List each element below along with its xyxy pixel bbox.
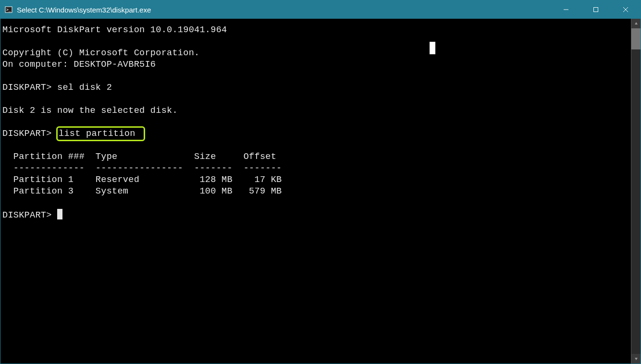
highlighted-command: list partition: [56, 126, 145, 141]
window-title: Select C:\Windows\system32\diskpart.exe: [17, 6, 551, 14]
svg-marker-6: [635, 22, 638, 24]
prompt-text: DISKPART>: [2, 210, 52, 220]
text-cursor: [57, 209, 62, 219]
titlebar[interactable]: >_ Select C:\Windows\system32\diskpart.e…: [0, 0, 641, 19]
command-1: sel disk 2: [57, 83, 112, 93]
terminal-output[interactable]: Microsoft DiskPart version 10.0.19041.96…: [0, 19, 631, 364]
copyright-text: Copyright (C) Microsoft Corporation.: [2, 48, 199, 58]
scroll-down-arrow[interactable]: [631, 354, 641, 364]
svg-marker-7: [635, 358, 638, 360]
svg-rect-3: [594, 8, 598, 12]
scroll-up-arrow[interactable]: [631, 19, 641, 28]
computer-text: On computer: DESKTOP-AVBR5I6: [2, 60, 156, 70]
svg-text:>_: >_: [6, 8, 11, 12]
window-controls: [551, 0, 641, 19]
vertical-scrollbar[interactable]: [631, 19, 641, 364]
scroll-track[interactable]: [631, 28, 641, 354]
selection-cursor: [430, 42, 435, 54]
content-area: Microsoft DiskPart version 10.0.19041.96…: [0, 19, 641, 364]
console-window: >_ Select C:\Windows\system32\diskpart.e…: [0, 0, 641, 364]
prompt-text: DISKPART>: [2, 129, 52, 139]
table-row: Partition 3 System 100 MB 579 MB: [2, 186, 282, 196]
scroll-thumb[interactable]: [631, 28, 641, 49]
table-divider: ------------- ---------------- ------- -…: [2, 163, 282, 173]
command-2: list partition: [59, 129, 136, 139]
result-1: Disk 2 is now the selected disk.: [2, 106, 178, 116]
app-icon: >_: [4, 5, 13, 14]
maximize-button[interactable]: [581, 0, 611, 19]
table-header: Partition ### Type Size Offset: [2, 152, 276, 162]
version-text: Microsoft DiskPart version 10.0.19041.96…: [2, 25, 227, 35]
minimize-button[interactable]: [551, 0, 581, 19]
prompt-text: DISKPART>: [2, 83, 52, 93]
table-row: Partition 1 Reserved 128 MB 17 KB: [2, 175, 282, 185]
close-button[interactable]: [611, 0, 641, 19]
